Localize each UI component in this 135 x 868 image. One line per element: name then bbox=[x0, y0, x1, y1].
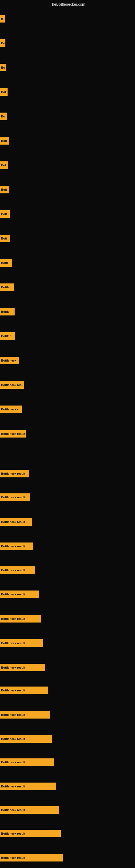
bar-item: Bottleneck result bbox=[0, 470, 29, 477]
bar-label: Bottleneck result bbox=[1, 785, 25, 788]
bar-item: Bot bbox=[0, 88, 8, 96]
bar-label: Bottleneck resu bbox=[1, 383, 24, 386]
bar-label: Bottleneck result bbox=[1, 545, 25, 548]
bar-item: Bottleneck resu bbox=[0, 381, 24, 389]
bar-item: Bottleneck result bbox=[0, 615, 41, 622]
bar-item: Bottleneck result bbox=[0, 686, 48, 694]
bar-label: Bottleneck result bbox=[1, 520, 25, 524]
bar-label: Bottleneck result bbox=[1, 689, 25, 692]
bar-item: Bo bbox=[0, 113, 7, 120]
bar-item: Bot bbox=[0, 161, 8, 169]
bar-item: Bottleneck result bbox=[0, 664, 45, 671]
bar-item: B bbox=[0, 15, 5, 23]
bar-label: Bott bbox=[1, 212, 7, 216]
bar-item: Bottleneck result bbox=[0, 493, 30, 501]
bar-item: Bottleneck result bbox=[0, 806, 59, 814]
bar-item: Bott bbox=[0, 235, 10, 242]
bar-item: Bo bbox=[0, 39, 5, 47]
bar-item: Bottleneck result bbox=[0, 758, 54, 766]
bar-label: Bottle bbox=[1, 286, 9, 289]
bar-item: Bott bbox=[0, 137, 9, 145]
bar-label: Bott bbox=[1, 188, 7, 191]
bar-item: Bottleneck bbox=[0, 357, 19, 364]
bar-item: Bottleneck result bbox=[0, 711, 50, 718]
bar-label: Bot bbox=[1, 90, 6, 94]
bar-label: Bottleneck result bbox=[1, 617, 25, 620]
bar-label: Bo bbox=[1, 115, 5, 118]
bar-label: Bottleneck result bbox=[1, 761, 25, 764]
bar-item: Bott bbox=[0, 186, 9, 193]
bar-label: Bottleneck r bbox=[1, 408, 18, 411]
bar-label: Bottleneck result bbox=[1, 713, 25, 716]
bar-item: Bottl bbox=[0, 259, 12, 267]
bar-label: Bott bbox=[1, 237, 7, 240]
bar-label: Bottle bbox=[1, 310, 9, 313]
bar-item: Bottlen bbox=[0, 332, 15, 340]
bar-label: Bottleneck result bbox=[1, 568, 25, 572]
site-title: TheBottlenecker.com bbox=[50, 2, 85, 6]
bar-label: Bot bbox=[1, 163, 6, 167]
bar-item: Bottleneck result bbox=[0, 566, 35, 574]
bar-item: Bottleneck result bbox=[0, 782, 56, 790]
bar-label: Bottleneck result bbox=[1, 472, 25, 475]
bar-item: Bott bbox=[0, 210, 10, 218]
bar-label: Bottlen bbox=[1, 335, 11, 338]
bar-item: Bottleneck result bbox=[0, 430, 26, 437]
bar-label: B bbox=[1, 17, 3, 20]
bar-item: Bottleneck result bbox=[0, 590, 39, 598]
bar-item: Bottleneck result bbox=[0, 639, 43, 647]
bar-label: Bottleneck result bbox=[1, 737, 25, 741]
bar-label: Bottleneck result bbox=[1, 666, 25, 669]
bar-label: Bottleneck result bbox=[1, 808, 25, 812]
bar-label: Bo bbox=[1, 41, 5, 45]
bar-label: Bottleneck result bbox=[1, 856, 25, 859]
bar-item: Bottle bbox=[0, 308, 14, 315]
bar-label: Bottleneck result bbox=[1, 432, 25, 435]
bar-item: Bottleneck result bbox=[0, 735, 52, 743]
bar-item: Bottleneck result bbox=[0, 518, 32, 526]
bar-item: Bottleneck result bbox=[0, 854, 63, 862]
bar-item: Bo bbox=[0, 64, 6, 71]
bar-label: Bottleneck result bbox=[1, 496, 25, 499]
bar-label: Bottleneck result bbox=[1, 642, 25, 645]
bar-label: Bott bbox=[1, 139, 7, 143]
bar-item: Bottle bbox=[0, 283, 14, 291]
bar-label: Bottleneck result bbox=[1, 593, 25, 596]
bar-item: Bottleneck r bbox=[0, 405, 22, 413]
bar-item: Bottleneck result bbox=[0, 542, 33, 550]
bar-label: Bottl bbox=[1, 261, 8, 265]
bar-label: Bo bbox=[1, 66, 5, 69]
bar-item: Bottleneck result bbox=[0, 830, 61, 837]
bar-label: Bottleneck result bbox=[1, 832, 25, 835]
bar-label: Bottleneck bbox=[1, 359, 16, 362]
